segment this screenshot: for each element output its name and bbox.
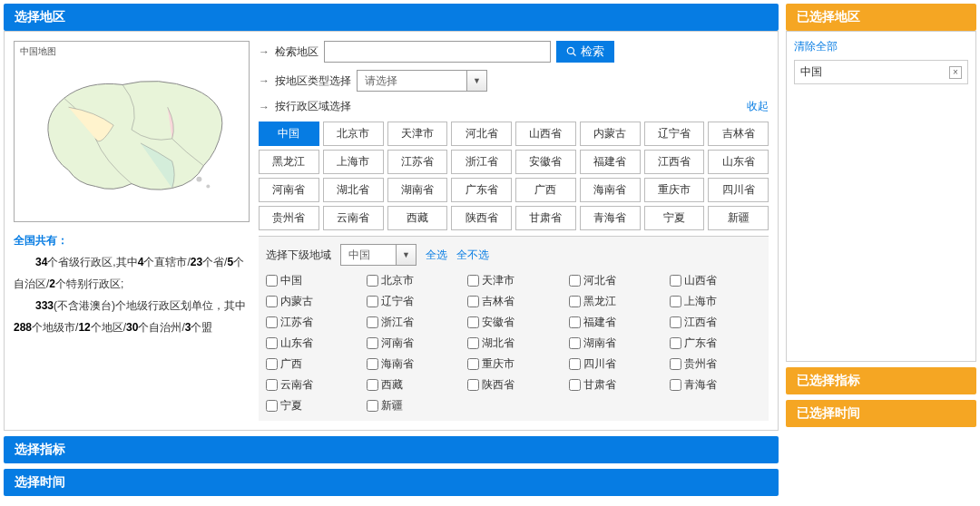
search-input[interactable] bbox=[324, 41, 551, 63]
region-checkbox[interactable] bbox=[569, 275, 581, 287]
region-checkbox[interactable] bbox=[670, 296, 681, 307]
region-checkbox-item[interactable]: 西藏 bbox=[367, 377, 458, 393]
region-button[interactable]: 山东省 bbox=[708, 150, 769, 174]
region-checkbox[interactable] bbox=[266, 275, 278, 287]
region-button[interactable]: 江苏省 bbox=[387, 150, 448, 174]
region-button[interactable]: 辽宁省 bbox=[644, 122, 705, 146]
region-checkbox-item[interactable]: 四川省 bbox=[569, 356, 661, 372]
region-checkbox-item[interactable]: 山西省 bbox=[670, 273, 761, 288]
region-checkbox-item[interactable]: 湖北省 bbox=[467, 336, 559, 351]
region-button[interactable]: 青海省 bbox=[580, 206, 641, 230]
region-button[interactable]: 贵州省 bbox=[259, 206, 319, 230]
region-button[interactable]: 甘肃省 bbox=[515, 206, 576, 230]
region-checkbox-item[interactable]: 辽宁省 bbox=[367, 294, 458, 309]
region-checkbox-item[interactable]: 黑龙江 bbox=[569, 294, 661, 309]
region-button[interactable]: 云南省 bbox=[323, 206, 384, 230]
region-button[interactable]: 湖南省 bbox=[387, 178, 448, 202]
region-button[interactable]: 广西 bbox=[515, 178, 576, 202]
region-checkbox[interactable] bbox=[467, 379, 479, 391]
close-icon[interactable]: × bbox=[949, 66, 962, 79]
type-dropdown[interactable]: 请选择 ▼ bbox=[357, 70, 487, 92]
region-checkbox[interactable] bbox=[266, 296, 278, 307]
region-checkbox-item[interactable]: 江苏省 bbox=[266, 315, 358, 330]
region-checkbox[interactable] bbox=[670, 316, 681, 328]
region-button[interactable]: 黑龙江 bbox=[259, 150, 319, 174]
region-checkbox-item[interactable]: 安徽省 bbox=[467, 315, 559, 330]
region-checkbox-item[interactable]: 浙江省 bbox=[367, 315, 458, 330]
region-checkbox-item[interactable]: 河北省 bbox=[569, 273, 661, 288]
region-checkbox[interactable] bbox=[569, 337, 581, 349]
region-checkbox-item[interactable]: 甘肃省 bbox=[569, 377, 661, 393]
region-button[interactable]: 福建省 bbox=[580, 150, 641, 174]
region-checkbox-item[interactable]: 广东省 bbox=[670, 336, 761, 351]
region-checkbox[interactable] bbox=[670, 379, 681, 391]
region-button[interactable]: 上海市 bbox=[323, 150, 384, 174]
region-checkbox[interactable] bbox=[670, 358, 681, 370]
region-checkbox[interactable] bbox=[467, 316, 479, 328]
region-checkbox[interactable] bbox=[367, 379, 378, 391]
region-button[interactable]: 吉林省 bbox=[708, 122, 769, 146]
region-checkbox[interactable] bbox=[367, 400, 378, 412]
region-checkbox-item[interactable]: 云南省 bbox=[266, 377, 358, 393]
region-checkbox[interactable] bbox=[569, 316, 581, 328]
region-checkbox-item[interactable]: 北京市 bbox=[367, 273, 458, 288]
region-checkbox[interactable] bbox=[266, 379, 278, 391]
region-checkbox-item[interactable]: 中国 bbox=[266, 273, 358, 288]
region-button[interactable]: 新疆 bbox=[708, 206, 769, 230]
region-checkbox-item[interactable]: 福建省 bbox=[569, 315, 661, 330]
region-button[interactable]: 河北省 bbox=[451, 122, 512, 146]
region-checkbox-item[interactable]: 贵州省 bbox=[670, 356, 761, 372]
region-checkbox-item[interactable]: 海南省 bbox=[367, 356, 458, 372]
region-button[interactable]: 天津市 bbox=[387, 122, 448, 146]
region-checkbox[interactable] bbox=[266, 358, 278, 370]
region-checkbox-item[interactable]: 内蒙古 bbox=[266, 294, 358, 309]
region-checkbox-item[interactable]: 陕西省 bbox=[467, 377, 559, 393]
region-button[interactable]: 四川省 bbox=[708, 178, 769, 202]
region-checkbox[interactable] bbox=[367, 316, 378, 328]
region-button[interactable]: 河南省 bbox=[259, 178, 319, 202]
region-checkbox-item[interactable]: 新疆 bbox=[367, 398, 458, 414]
sub-dropdown[interactable]: 中国 ▼ bbox=[340, 244, 416, 266]
region-button[interactable]: 湖北省 bbox=[323, 178, 384, 202]
region-checkbox[interactable] bbox=[467, 296, 479, 307]
region-checkbox[interactable] bbox=[367, 358, 378, 370]
region-button[interactable]: 西藏 bbox=[387, 206, 448, 230]
region-checkbox-item[interactable]: 重庆市 bbox=[467, 356, 559, 372]
select-time-header[interactable]: 选择时间 bbox=[4, 469, 779, 496]
region-checkbox[interactable] bbox=[266, 316, 278, 328]
region-button[interactable]: 内蒙古 bbox=[580, 122, 641, 146]
region-button[interactable]: 中国 bbox=[259, 122, 319, 146]
region-checkbox[interactable] bbox=[569, 358, 581, 370]
region-checkbox[interactable] bbox=[367, 275, 378, 287]
region-checkbox[interactable] bbox=[266, 337, 278, 349]
region-checkbox[interactable] bbox=[569, 296, 581, 307]
region-checkbox-item[interactable]: 河南省 bbox=[367, 336, 458, 351]
clear-all-link[interactable]: 清除全部 bbox=[794, 39, 968, 54]
region-button[interactable]: 宁夏 bbox=[644, 206, 705, 230]
region-button[interactable]: 广东省 bbox=[451, 178, 512, 202]
collapse-link[interactable]: 收起 bbox=[747, 99, 769, 114]
region-checkbox-item[interactable]: 上海市 bbox=[670, 294, 761, 309]
select-none-link[interactable]: 全不选 bbox=[456, 248, 489, 263]
region-checkbox-item[interactable]: 山东省 bbox=[266, 336, 358, 351]
region-checkbox-item[interactable]: 青海省 bbox=[670, 377, 761, 393]
region-checkbox-item[interactable]: 吉林省 bbox=[467, 294, 559, 309]
region-checkbox[interactable] bbox=[670, 275, 681, 287]
region-checkbox[interactable] bbox=[467, 275, 479, 287]
region-checkbox[interactable] bbox=[670, 337, 681, 349]
region-checkbox-item[interactable]: 江西省 bbox=[670, 315, 761, 330]
region-button[interactable]: 海南省 bbox=[580, 178, 641, 202]
region-checkbox[interactable] bbox=[266, 400, 278, 412]
region-checkbox[interactable] bbox=[467, 358, 479, 370]
region-checkbox-item[interactable]: 天津市 bbox=[467, 273, 559, 288]
region-button[interactable]: 安徽省 bbox=[515, 150, 576, 174]
region-button[interactable]: 北京市 bbox=[323, 122, 384, 146]
region-checkbox[interactable] bbox=[367, 337, 378, 349]
region-checkbox-item[interactable]: 湖南省 bbox=[569, 336, 661, 351]
region-button[interactable]: 浙江省 bbox=[451, 150, 512, 174]
region-checkbox[interactable] bbox=[367, 296, 378, 307]
region-checkbox[interactable] bbox=[569, 379, 581, 391]
region-checkbox[interactable] bbox=[467, 337, 479, 349]
region-button[interactable]: 重庆市 bbox=[644, 178, 705, 202]
region-button[interactable]: 山西省 bbox=[515, 122, 576, 146]
